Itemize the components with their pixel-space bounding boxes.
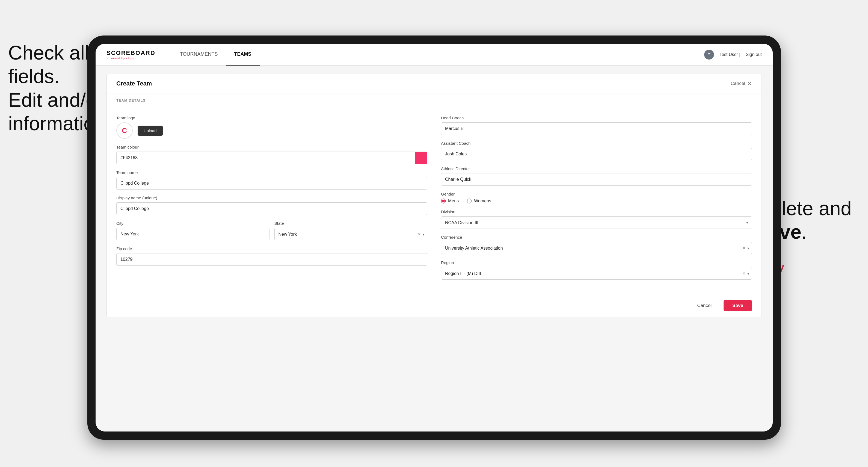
athletic-director-group: Athletic Director [441,166,752,186]
radio-womens-label: Womens [474,198,491,204]
team-name-label: Team name [116,170,427,175]
division-group: Division NCAA Division III ▾ [441,210,752,229]
form-col-left: Team logo C Upload Team colour [116,116,427,286]
team-colour-label: Team colour [116,145,427,149]
form-header: Create Team Cancel ✕ [107,74,762,93]
cancel-header-button[interactable]: Cancel ✕ [731,80,752,87]
nav-teams[interactable]: TEAMS [226,44,260,66]
cancel-button[interactable]: Cancel [690,300,719,311]
division-select[interactable]: NCAA Division III [441,216,752,229]
athletic-director-label: Athletic Director [441,166,752,171]
close-icon: ✕ [747,80,752,87]
radio-womens-dot [467,198,472,204]
state-label: State [274,221,428,225]
region-select[interactable]: Region II - (M) DIII [441,267,752,280]
team-name-group: Team name [116,170,427,190]
state-select[interactable]: New York [274,228,428,240]
user-avatar: T [704,50,714,60]
head-coach-group: Head Coach [441,116,752,135]
state-group: State New York ✕ ▾ [274,221,428,240]
city-group: City [116,221,270,240]
division-label: Division [441,210,752,214]
city-label: City [116,221,270,225]
display-name-label: Display name (unique) [116,195,427,200]
annotation-line1: Check all fields. [8,42,89,87]
assistant-coach-input[interactable] [441,148,752,160]
team-name-input[interactable] [116,177,427,190]
display-name-input[interactable] [116,203,427,215]
radio-womens[interactable]: Womens [467,198,491,204]
city-state-row: City State New York ✕ [116,221,427,240]
navbar: SCOREBOARD Powered by clippd TOURNAMENTS… [96,44,773,66]
radio-mens-label: Mens [448,198,459,204]
radio-mens[interactable]: Mens [441,198,459,204]
page-content: Create Team Cancel ✕ TEAM DETAILS Team l… [96,66,773,432]
city-input[interactable] [116,228,270,240]
zip-input[interactable] [116,253,427,266]
sign-out-link[interactable]: Sign out [746,52,762,57]
logo-circle: C [116,122,133,139]
logo-sub: Powered by clippd [106,57,155,60]
team-colour-input[interactable] [116,152,415,164]
team-logo-group: Team logo C Upload [116,116,427,139]
logo-text: SCOREBOARD [106,50,155,57]
form-title: Create Team [116,80,152,87]
region-group: Region Region II - (M) DIII ✕ ▾ [441,260,752,280]
assistant-coach-label: Assistant Coach [441,141,752,146]
logo-upload-area: C Upload [116,122,427,139]
region-select-wrapper: Region II - (M) DIII ✕ ▾ [441,267,752,280]
division-wrapper: NCAA Division III ▾ [441,216,752,229]
conference-group: Conference University Athletic Associati… [441,235,752,254]
state-select-wrapper: New York ✕ ▾ [274,228,428,240]
upload-button[interactable]: Upload [137,126,163,136]
assistant-coach-group: Assistant Coach [441,141,752,160]
head-coach-label: Head Coach [441,116,752,120]
section-label: TEAM DETAILS [107,93,762,106]
zip-label: Zip code [116,246,427,251]
tablet-device: SCOREBOARD Powered by clippd TOURNAMENTS… [87,35,781,440]
form-footer: Cancel Save [107,294,762,317]
conference-select[interactable]: University Athletic Association [441,242,752,254]
team-logo-label: Team logo [116,116,427,120]
form-body: Team logo C Upload Team colour [107,106,762,286]
head-coach-input[interactable] [441,122,752,135]
display-name-group: Display name (unique) [116,195,427,215]
nav-tournaments[interactable]: TOURNAMENTS [172,44,226,66]
zip-group: Zip code [116,246,427,266]
gender-row: Mens Womens [441,198,752,204]
nav-links: TOURNAMENTS TEAMS [172,44,704,66]
nav-user-text: Test User | [719,52,740,57]
gender-label: Gender [441,192,752,196]
team-colour-group: Team colour [116,145,427,164]
save-button[interactable]: Save [723,300,752,311]
annotation-right-end: . [801,221,807,243]
logo-area: SCOREBOARD Powered by clippd [106,50,155,60]
region-label: Region [441,260,752,265]
conference-label: Conference [441,235,752,240]
gender-group: Gender Mens Womens [441,192,752,204]
radio-mens-dot [441,198,446,204]
conference-select-wrapper: University Athletic Association ✕ ▾ [441,242,752,254]
color-swatch[interactable] [415,152,427,164]
form-col-right: Head Coach Assistant Coach Athletic Dire… [441,116,752,286]
color-input-wrapper [116,152,427,164]
tablet-screen: SCOREBOARD Powered by clippd TOURNAMENTS… [96,44,773,432]
form-card: Create Team Cancel ✕ TEAM DETAILS Team l… [106,74,762,317]
nav-right: T Test User | Sign out [704,50,762,60]
athletic-director-input[interactable] [441,173,752,186]
